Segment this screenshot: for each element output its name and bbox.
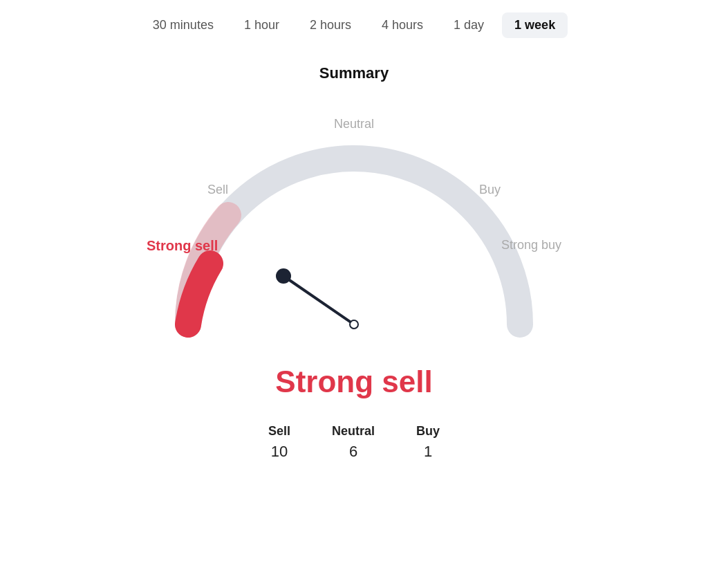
stat-item-buy: Buy1 xyxy=(416,424,440,461)
time-btn-1h[interactable]: 1 hour xyxy=(232,12,292,38)
summary-title: Summary xyxy=(319,64,389,82)
stat-value: 1 xyxy=(424,443,432,461)
stat-value: 6 xyxy=(349,443,357,461)
stat-label: Buy xyxy=(416,424,440,439)
time-btn-1w[interactable]: 1 week xyxy=(502,12,568,38)
svg-point-1 xyxy=(276,268,291,284)
stat-label: Sell xyxy=(268,424,290,439)
label-neutral: Neutral xyxy=(334,117,374,131)
stat-item-sell: Sell10 xyxy=(268,424,290,461)
svg-point-2 xyxy=(350,320,358,329)
stats-row: Sell10Neutral6Buy1 xyxy=(268,424,440,461)
time-btn-4h[interactable]: 4 hours xyxy=(369,12,436,38)
gauge-wrapper: Neutral Sell Buy Strong sell Strong buy xyxy=(133,103,575,352)
time-selector: 30 minutes1 hour2 hours4 hours1 day1 wee… xyxy=(0,0,708,50)
main-reading: Strong sell xyxy=(275,365,432,399)
label-strong-buy: Strong buy xyxy=(501,238,561,252)
label-buy: Buy xyxy=(479,183,501,197)
summary-container: Summary Neutral Sell Buy Strong sell St xyxy=(0,64,708,461)
label-sell: Sell xyxy=(207,183,228,197)
stat-item-neutral: Neutral6 xyxy=(332,424,375,461)
time-btn-2h[interactable]: 2 hours xyxy=(297,12,364,38)
svg-line-0 xyxy=(283,276,354,324)
label-strong-sell: Strong sell xyxy=(147,238,218,254)
stat-value: 10 xyxy=(271,443,288,461)
stat-label: Neutral xyxy=(332,424,375,439)
time-btn-30min[interactable]: 30 minutes xyxy=(140,12,226,38)
time-btn-1d[interactable]: 1 day xyxy=(441,12,496,38)
gauge-svg xyxy=(133,103,575,352)
